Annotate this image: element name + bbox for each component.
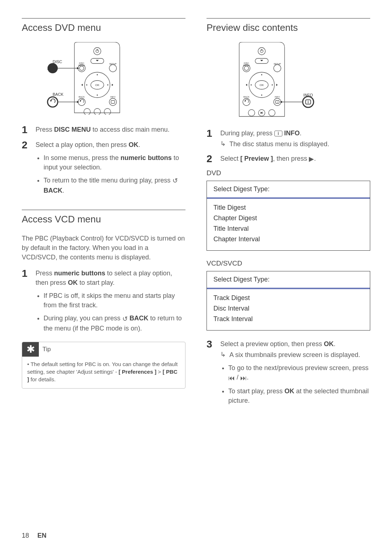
- menu-header: Select Digest Type:: [207, 181, 370, 199]
- prev-icon: ⏮: [228, 373, 235, 383]
- svg-point-23: [94, 108, 101, 115]
- svg-point-5: [79, 66, 84, 70]
- svg-point-22: [84, 108, 90, 115]
- bullet: During play, you can press ↺ BACK to ret…: [44, 313, 185, 333]
- result-arrow-icon: ↳: [220, 350, 226, 360]
- svg-text:SETUP: SETUP: [274, 63, 281, 65]
- dvd-menu-box: Select Digest Type: Title Digest Chapter…: [207, 181, 370, 251]
- svg-text:BACK: BACK: [79, 96, 85, 98]
- step-text: Select a play option, then press OK. In …: [36, 140, 185, 199]
- svg-text:OK: OK: [95, 83, 99, 87]
- svg-text:INFO: INFO: [275, 96, 280, 98]
- svg-text:MENU: MENU: [243, 64, 250, 66]
- svg-point-8: [109, 65, 117, 72]
- svg-point-47: [261, 74, 262, 75]
- back-icon: ↺: [122, 314, 128, 324]
- back-icon: ↺: [172, 176, 178, 185]
- result-text: A six thumbnails preview screen is displ…: [229, 350, 360, 360]
- svg-text:i: i: [277, 101, 278, 103]
- svg-text:BACK: BACK: [53, 92, 64, 97]
- svg-point-46: [272, 85, 273, 86]
- menu-item: Chapter Interval: [213, 234, 363, 245]
- bullet: To return to the title menu during play,…: [44, 176, 185, 195]
- menu-header: Select Digest Type:: [207, 271, 370, 289]
- step-text: Press DISC MENU to access disc main menu…: [36, 125, 185, 135]
- bullet: In some menus, press the numeric buttons…: [44, 153, 185, 172]
- svg-point-19: [109, 98, 117, 106]
- menu-item: Track Interval: [213, 314, 363, 324]
- menu-item: Title Digest: [213, 202, 363, 213]
- bullet: To start play, press OK at the selected …: [228, 386, 370, 405]
- menu-item: Track Digest: [213, 293, 363, 303]
- divider: [22, 18, 185, 19]
- vcd-menu-box: Select Digest Type: Track Digest Disc In…: [207, 271, 370, 331]
- result-text: The disc status menu is displayed.: [229, 139, 329, 149]
- svg-point-30: [48, 97, 58, 107]
- step-number: 2: [22, 140, 29, 199]
- tip-label: Tip: [42, 346, 51, 353]
- play-icon: ▶: [309, 154, 314, 164]
- heading-access-dvd: Access DVD menu: [22, 22, 185, 33]
- remote-diagram-info: DISCMENU SETUP OK BACK INFO i INFO i: [207, 42, 370, 118]
- svg-text:MENU: MENU: [78, 64, 85, 66]
- step-number: 2: [207, 154, 214, 164]
- menu-item: Title Interval: [213, 223, 363, 234]
- result-arrow-icon: ↳: [220, 139, 226, 149]
- page-number: 18: [22, 532, 29, 539]
- svg-text:DISC: DISC: [53, 59, 62, 64]
- svg-point-57: [269, 110, 275, 116]
- next-icon: ⏭: [240, 373, 247, 383]
- svg-text:SETUP: SETUP: [109, 63, 117, 65]
- svg-point-45: [251, 85, 252, 86]
- svg-point-37: [244, 66, 249, 70]
- heading-preview: Preview disc contents: [207, 22, 370, 33]
- tip-icon: ✱: [22, 342, 39, 357]
- menu-item: Disc Interval: [213, 303, 363, 314]
- svg-text:BACK: BACK: [244, 96, 249, 98]
- svg-point-13: [86, 85, 87, 86]
- svg-text:INFO: INFO: [110, 96, 116, 98]
- bullet: To go to the next/previous preview scree…: [228, 363, 370, 382]
- svg-point-14: [107, 85, 109, 86]
- divider: [207, 18, 370, 19]
- page-lang: EN: [37, 532, 46, 539]
- step-number: 3: [207, 339, 214, 409]
- svg-point-40: [274, 65, 281, 72]
- step-text: Select a preview option, then press OK. …: [220, 339, 370, 409]
- page-footer: 18 EN: [22, 532, 46, 539]
- svg-point-15: [97, 74, 98, 75]
- svg-point-55: [248, 110, 255, 116]
- step-text: During play, press i INFO. ↳The disc sta…: [220, 128, 370, 149]
- vcd-label: VCD/SVCD: [207, 259, 370, 267]
- bullet: If PBC is off, it skips the menu and sta…: [44, 291, 185, 310]
- step-text: Select [ Preview ], then press ▶.: [220, 154, 370, 164]
- svg-text:i: i: [308, 100, 309, 104]
- svg-point-16: [97, 95, 98, 96]
- intro-text: The PBC (Playback Control) for VCD/SVCD …: [22, 234, 185, 262]
- info-icon: i: [274, 131, 282, 136]
- svg-text:OK: OK: [260, 83, 264, 87]
- divider: [22, 210, 185, 210]
- tip-box: ✱ Tip • The default setting for PBC is o…: [22, 342, 185, 389]
- step-text: Press numeric buttons to select a play o…: [36, 268, 185, 337]
- svg-rect-21: [111, 100, 115, 103]
- step-number: 1: [22, 125, 29, 135]
- dvd-label: DVD: [207, 169, 370, 177]
- remote-diagram-disc-menu: DISC MENU SETUP OK BACK INFO: [22, 42, 185, 115]
- menu-item: Chapter Digest: [213, 213, 363, 223]
- svg-point-24: [104, 108, 111, 115]
- heading-access-vcd: Access VCD menu: [22, 214, 185, 225]
- step-number: 1: [207, 128, 214, 149]
- tip-body: • The default setting for PBC is on. You…: [22, 357, 185, 388]
- svg-point-48: [261, 95, 262, 96]
- svg-text:MENU: MENU: [47, 67, 58, 71]
- step-number: 1: [22, 268, 29, 337]
